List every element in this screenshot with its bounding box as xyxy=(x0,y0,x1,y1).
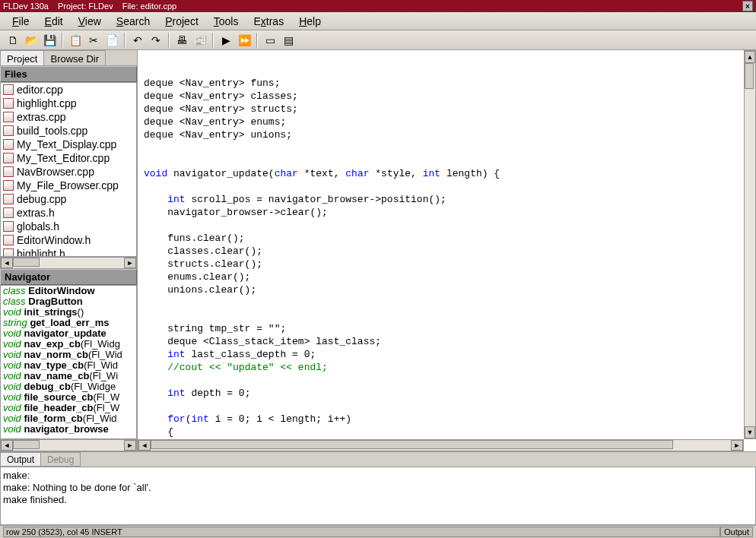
source-file-icon xyxy=(3,180,14,191)
file-label: File: editor.cpp xyxy=(122,2,177,11)
file-list[interactable]: editor.cpphighlight.cppextras.cppbuild_t… xyxy=(0,82,137,257)
tile-icon[interactable]: ▤ xyxy=(280,32,297,49)
tab-debug[interactable]: Debug xyxy=(40,452,81,467)
file-item[interactable]: build_tools.cpp xyxy=(1,124,136,138)
new-file-icon[interactable]: 🗋 xyxy=(5,32,21,49)
print-preview-icon[interactable]: 📰 xyxy=(192,32,208,49)
menu-file[interactable]: File xyxy=(5,13,37,30)
tab-output[interactable]: Output xyxy=(0,452,41,467)
output-line: make finished. xyxy=(3,494,753,506)
print-icon[interactable]: 🖶 xyxy=(173,32,190,49)
file-name: debug.cpp xyxy=(17,193,66,205)
source-file-icon xyxy=(3,221,14,232)
source-file-icon xyxy=(3,235,14,245)
left-tabs: Project Browse Dir xyxy=(0,50,137,66)
navigator-item[interactable]: string get_load_err_ms xyxy=(1,318,136,328)
main-area: Project Browse Dir Files editor.cpphighl… xyxy=(0,50,756,451)
editor-vscroll[interactable]: ▲ ▼ xyxy=(744,50,756,439)
save-file-icon[interactable]: 💾 xyxy=(41,32,58,49)
editor-hscroll[interactable]: ◄ ► xyxy=(138,439,744,451)
file-item[interactable]: NavBrowser.cpp xyxy=(1,165,136,179)
build-run-icon[interactable]: ⏩ xyxy=(236,32,253,49)
scroll-left-icon[interactable]: ◄ xyxy=(138,440,151,451)
menu-help[interactable]: Help xyxy=(291,13,329,30)
undo-icon[interactable]: ↶ xyxy=(129,32,146,49)
scroll-right-icon[interactable]: ► xyxy=(731,440,743,451)
scroll-right-icon[interactable]: ► xyxy=(124,258,136,268)
file-item[interactable]: highlight.cpp xyxy=(1,97,136,110)
file-item[interactable]: globals.h xyxy=(1,220,136,233)
output-tabs: Output Debug xyxy=(0,451,756,467)
menu-edit[interactable]: Edit xyxy=(37,13,71,30)
navigator-item[interactable]: void navigator_browse xyxy=(1,424,136,435)
navigator-item[interactable]: void nav_norm_cb(Fl_Wid xyxy=(1,350,136,360)
file-item[interactable]: highlight.h xyxy=(1,247,136,257)
toolbar-separator xyxy=(256,33,258,48)
output-content: make: make: Nothing to be done for `all'… xyxy=(0,467,756,525)
toolbar-separator xyxy=(212,33,214,48)
source-file-icon xyxy=(3,194,14,204)
source-file-icon xyxy=(3,84,14,95)
window-icon[interactable]: ▭ xyxy=(262,32,278,49)
navigator-item[interactable]: void file_source_cb(Fl_W xyxy=(1,392,136,403)
navigator-item[interactable]: void nav_name_cb(Fl_Wi xyxy=(1,371,136,381)
files-hscroll[interactable]: ◄ ► xyxy=(0,257,137,269)
toolbar: 🗋📂💾📋✂📄↶↷🖶📰▶⏩▭▤ xyxy=(0,30,756,50)
navigator-item[interactable]: void debug_cb(Fl_Widge xyxy=(1,381,136,392)
file-name: globals.h xyxy=(17,220,59,233)
menu-extras[interactable]: Extras xyxy=(246,13,291,30)
menu-view[interactable]: View xyxy=(71,13,109,30)
file-name: My_File_Browser.cpp xyxy=(17,179,119,191)
file-item[interactable]: debug.cpp xyxy=(1,192,136,206)
nav-hscroll[interactable]: ◄ ► xyxy=(0,439,137,451)
file-item[interactable]: My_Text_Editor.cpp xyxy=(1,151,136,165)
navigator-item[interactable]: void navigator_update xyxy=(1,328,136,339)
navigator-item[interactable]: void file_header_cb(Fl_W xyxy=(1,403,136,413)
run-icon[interactable]: ▶ xyxy=(218,32,234,49)
file-item[interactable]: extras.h xyxy=(1,206,136,220)
source-file-icon xyxy=(3,153,14,163)
navigator-list[interactable]: class EditorWindowclass DragButtonvoid i… xyxy=(0,285,137,439)
output-line: make: xyxy=(3,470,753,482)
tab-project[interactable]: Project xyxy=(0,50,44,65)
scroll-up-icon[interactable]: ▲ xyxy=(745,51,755,63)
scroll-left-icon[interactable]: ◄ xyxy=(1,258,13,268)
copy-icon[interactable]: 📋 xyxy=(67,32,84,49)
file-name: extras.cpp xyxy=(17,111,66,123)
tab-browsedir[interactable]: Browse Dir xyxy=(43,50,106,65)
code-editor[interactable]: deque <Nav_entry> funs; deque <Nav_entry… xyxy=(138,50,756,451)
file-item[interactable]: My_Text_Display.cpp xyxy=(1,138,136,151)
toolbar-separator xyxy=(124,33,125,48)
navigator-item[interactable]: class EditorWindow xyxy=(1,286,136,296)
source-file-icon xyxy=(3,98,14,109)
file-name: extras.h xyxy=(17,207,55,219)
source-file-icon xyxy=(3,125,14,136)
file-item[interactable]: editor.cpp xyxy=(1,83,136,97)
status-right[interactable]: Output xyxy=(720,527,753,537)
close-icon[interactable]: × xyxy=(742,1,753,11)
paste-icon[interactable]: 📄 xyxy=(103,32,120,49)
status-left: row 250 (3523), col 45 INSERT xyxy=(3,527,720,537)
file-item[interactable]: EditorWindow.h xyxy=(1,233,136,247)
menu-tools[interactable]: Tools xyxy=(206,13,246,30)
scroll-right-icon[interactable]: ► xyxy=(124,440,136,451)
open-file-icon[interactable]: 📂 xyxy=(23,32,40,49)
navigator-item[interactable]: void nav_exp_cb(Fl_Widg xyxy=(1,339,136,350)
source-file-icon xyxy=(3,166,14,177)
menu-project[interactable]: Project xyxy=(157,13,206,30)
file-name: highlight.h xyxy=(17,248,65,257)
menu-search[interactable]: Search xyxy=(109,13,157,30)
navigator-item[interactable]: void nav_type_cb(Fl_Wid xyxy=(1,360,136,371)
cut-icon[interactable]: ✂ xyxy=(85,32,102,49)
file-item[interactable]: My_File_Browser.cpp xyxy=(1,179,136,192)
navigator-item[interactable]: class DragButton xyxy=(1,296,136,307)
navigator-item[interactable]: void file_form_cb(Fl_Wid xyxy=(1,413,136,424)
file-name: build_tools.cpp xyxy=(17,125,87,137)
scroll-down-icon[interactable]: ▼ xyxy=(745,426,755,438)
file-item[interactable]: extras.cpp xyxy=(1,110,136,124)
editor-area: deque <Nav_entry> funs; deque <Nav_entry… xyxy=(138,50,756,451)
navigator-item[interactable]: void init_strings() xyxy=(1,307,136,318)
scroll-left-icon[interactable]: ◄ xyxy=(1,440,13,451)
file-name: EditorWindow.h xyxy=(17,234,91,246)
redo-icon[interactable]: ↷ xyxy=(148,32,164,49)
